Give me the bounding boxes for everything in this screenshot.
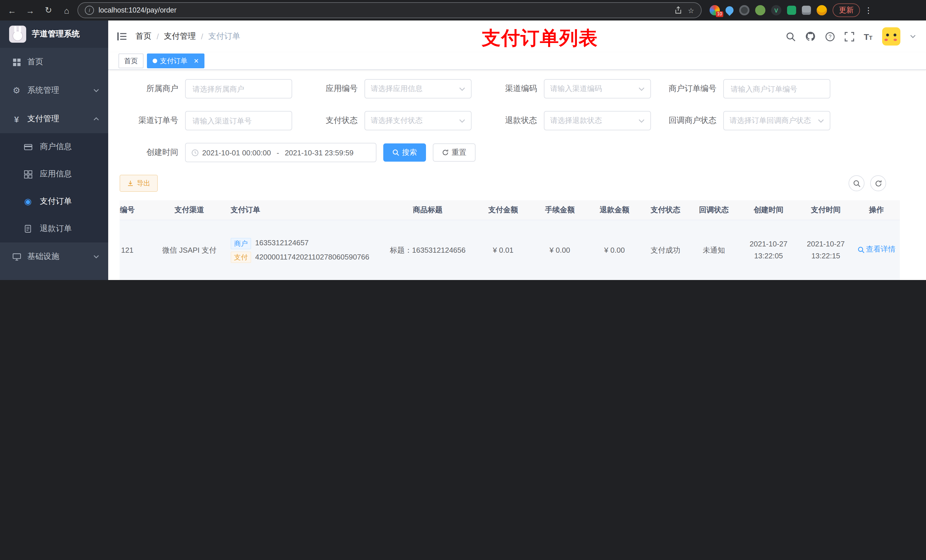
breadcrumb-separator: /: [157, 32, 159, 41]
export-button[interactable]: 导出: [120, 175, 158, 192]
channel-order-no-filter-input[interactable]: [185, 111, 292, 130]
colorful-extension-icon[interactable]: 10: [710, 5, 720, 15]
bank-card-icon: [23, 143, 33, 151]
sidebar-fold-icon[interactable]: [116, 31, 127, 42]
dark-extension-icon[interactable]: [739, 5, 749, 15]
breadcrumb-separator: /: [201, 32, 203, 41]
browser-toolbar: ← → ↻ ⌂ i localhost:1024/pay/order ☆ 10 …: [0, 0, 926, 21]
reset-button[interactable]: 重置: [433, 143, 475, 162]
sidebar-item-label: 商户信息: [40, 142, 72, 152]
sidebar-item-refund-order[interactable]: 退款订单: [0, 215, 108, 242]
col-header-fee: 手续金额: [533, 204, 587, 216]
merchant-order-no-filter-input[interactable]: [723, 79, 830, 98]
cell-title: 标题：1635312124656: [381, 245, 474, 257]
callback-status-filter-select[interactable]: 请选择订单回调商户状态: [723, 111, 830, 130]
cell-amount: ¥ 0.01: [474, 245, 533, 257]
pay-status-filter-select[interactable]: 请选择支付状态: [365, 111, 472, 130]
col-header-action: 操作: [853, 204, 900, 216]
green-extension-icon[interactable]: [755, 5, 766, 15]
sidebar-item-label: 基础设施: [27, 252, 59, 262]
sidebar-item-label: 应用信息: [40, 169, 72, 179]
sidebar-item-pay-order[interactable]: ◉ 支付订单: [0, 188, 108, 215]
chevron-up-icon: [94, 116, 99, 122]
sidebar: 芋道管理系统 首页 ⚙ 系统管理 ¥ 支付管理: [0, 21, 108, 280]
screen: ← → ↻ ⌂ i localhost:1024/pay/order ☆ 10 …: [0, 0, 926, 280]
share-icon[interactable]: [674, 6, 682, 14]
avatar[interactable]: [882, 27, 900, 45]
app-grid-icon: [23, 170, 33, 178]
view-detail-link[interactable]: 查看详情: [857, 244, 896, 256]
cell-notify: 未通知: [689, 245, 738, 257]
search-icon[interactable]: [785, 32, 795, 41]
date-range-separator: -: [274, 148, 281, 157]
select-placeholder: 请选择应用信息: [371, 84, 459, 94]
active-tab-dot: [153, 59, 157, 63]
back-icon[interactable]: ←: [5, 3, 20, 18]
chat-extension-icon[interactable]: [787, 6, 796, 15]
table-header: 编号 支付渠道 支付订单 商品标题 支付金额 手续金额 退款金额 支付状态 回调…: [120, 200, 900, 220]
puzzle-extension-icon[interactable]: [802, 6, 811, 15]
cell-status: 支付成功: [642, 245, 689, 257]
app-no-filter-select[interactable]: 请选择应用信息: [365, 79, 472, 98]
face-extension-icon[interactable]: [817, 5, 827, 15]
sidebar-item-home[interactable]: 首页: [0, 48, 108, 76]
chevron-down-icon: [639, 86, 645, 92]
refresh-button[interactable]: [870, 175, 886, 191]
site-info-icon[interactable]: i: [85, 6, 94, 15]
sidebar-item-pay[interactable]: ¥ 支付管理: [0, 105, 108, 133]
date-start-value[interactable]: 2021-10-01 00:00:00: [202, 148, 271, 157]
cell-refund: ¥ 0.00: [587, 245, 642, 257]
reload-icon[interactable]: ↻: [41, 3, 56, 18]
sidebar-submenu-pay: 商户信息 应用信息 ◉ 支付订单 退款订单: [0, 133, 108, 242]
breadcrumb-pay[interactable]: 支付管理: [164, 31, 196, 42]
vue-devtools-icon[interactable]: V: [771, 5, 781, 15]
cell-create-time: 2021-10-2713:22:05: [738, 238, 799, 262]
browser-menu-icon[interactable]: ⋮: [864, 6, 873, 15]
clock-icon: [191, 149, 199, 156]
breadcrumb-home[interactable]: 首页: [136, 31, 151, 42]
chevron-down-icon: [459, 118, 465, 124]
forward-icon[interactable]: →: [23, 3, 38, 18]
fullscreen-icon[interactable]: [844, 32, 854, 41]
refund-status-filter-label: 退款状态: [478, 116, 544, 126]
pin-extension-icon[interactable]: [724, 5, 735, 16]
search-button[interactable]: 搜索: [383, 143, 426, 162]
sidebar-item-dev-tools[interactable]: 研发工具: [0, 271, 108, 280]
chrome-update-button[interactable]: 更新: [832, 3, 860, 17]
create-time-range-picker[interactable]: 2021-10-01 00:00:00 - 2021-10-31 23:59:5…: [185, 143, 377, 162]
help-icon[interactable]: ?: [825, 32, 835, 41]
font-size-icon[interactable]: TT: [864, 32, 873, 41]
sidebar-item-merchant-info[interactable]: 商户信息: [0, 133, 108, 160]
col-header-status: 支付状态: [642, 204, 689, 216]
home-icon[interactable]: ⌂: [59, 3, 74, 18]
select-placeholder: 请输入渠道编码: [550, 84, 639, 94]
merchant-filter-input[interactable]: [185, 79, 292, 98]
channel-code-filter-select[interactable]: 请输入渠道编码: [544, 79, 651, 98]
tab-home[interactable]: 首页: [118, 53, 144, 68]
close-icon[interactable]: ✕: [194, 54, 199, 68]
tab-pay-order[interactable]: 支付订单 ✕: [147, 53, 204, 68]
github-icon[interactable]: [805, 31, 815, 42]
cell-id: 121: [120, 245, 157, 257]
page-content: 所属商户 应用编号 请选择应用信息 渠道编码: [108, 70, 926, 280]
chevron-down-icon: [639, 118, 645, 124]
pay-status-filter-label: 支付状态: [299, 116, 365, 126]
col-header-refund: 退款金额: [587, 204, 642, 216]
caret-down-icon[interactable]: [910, 33, 916, 39]
date-end-value[interactable]: 2021-10-31 23:59:59: [285, 148, 353, 157]
chevron-down-icon: [459, 86, 465, 92]
sidebar-item-app-info[interactable]: 应用信息: [0, 160, 108, 188]
col-header-title: 商品标题: [381, 204, 474, 216]
tags-view-bar: 首页 支付订单 ✕: [108, 52, 926, 70]
page-annotation: 支付订单列表: [482, 26, 598, 51]
url-text[interactable]: localhost:1024/pay/order: [98, 6, 670, 14]
toggle-search-button[interactable]: [849, 175, 864, 191]
bookmark-star-icon[interactable]: ☆: [688, 6, 694, 15]
sidebar-item-label: 支付管理: [27, 114, 59, 124]
url-bar[interactable]: i localhost:1024/pay/order ☆: [77, 2, 702, 18]
refund-status-filter-select[interactable]: 请选择退款状态: [544, 111, 651, 130]
col-header-notify: 回调状态: [689, 204, 738, 216]
extensions-area: 10 V: [710, 5, 827, 15]
sidebar-item-infra[interactable]: 基础设施: [0, 242, 108, 271]
sidebar-item-system[interactable]: ⚙ 系统管理: [0, 76, 108, 105]
